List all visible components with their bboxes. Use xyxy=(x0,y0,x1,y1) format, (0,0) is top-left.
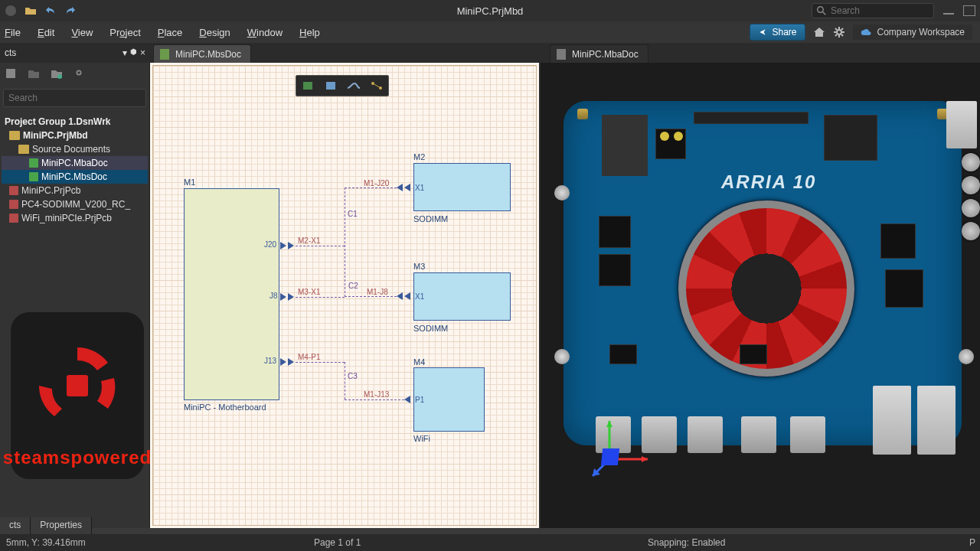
menu-help[interactable]: Help xyxy=(292,24,328,41)
chevron-down-icon[interactable]: ▾ xyxy=(122,47,127,58)
close-icon[interactable]: × xyxy=(140,47,145,58)
tool-net-icon[interactable] xyxy=(367,77,387,94)
tree-group[interactable]: Project Group 1.DsnWrk xyxy=(2,115,148,129)
wire xyxy=(296,362,345,363)
usb-port xyxy=(790,416,825,453)
undo-icon[interactable] xyxy=(44,5,57,17)
global-search[interactable] xyxy=(812,3,934,18)
status-panel[interactable]: P xyxy=(969,537,975,548)
menu-bar: File Edit View Project Place Design Wind… xyxy=(0,21,980,43)
capacitor xyxy=(962,222,980,240)
gear-icon[interactable] xyxy=(74,67,87,81)
tree-doc-mbadoc[interactable]: MiniPC.MbaDoc xyxy=(2,156,148,170)
wire xyxy=(345,296,397,297)
projects-label: cts xyxy=(5,47,16,58)
tree-prjpcb[interactable]: MiniPC.PrjPcb xyxy=(2,184,148,197)
axis-gizmo[interactable] xyxy=(586,413,655,482)
tree-sodimm[interactable]: PC4-SODIMM_V200_RC_ xyxy=(2,197,148,211)
global-search-input[interactable] xyxy=(831,5,923,16)
wire-m1j20: M1-J20 xyxy=(364,179,389,187)
projects-search-input[interactable] xyxy=(3,89,146,107)
open-folder-icon[interactable] xyxy=(24,5,37,17)
schematic-canvas[interactable]: M1 MiniPC - Motherboard J20 J8 J13 M2 SO… xyxy=(150,63,541,528)
folder-icon xyxy=(9,131,20,140)
tab-mbadoc[interactable]: MiniPC.MbaDoc xyxy=(550,44,648,63)
projects-toolbar xyxy=(0,63,149,86)
tool-icon[interactable] xyxy=(28,67,41,81)
minimize-button[interactable] xyxy=(943,13,954,15)
watermark-text: steamspowered xyxy=(3,447,152,468)
wire-c2: C2 xyxy=(348,282,358,290)
bottom-tab-cts[interactable]: cts xyxy=(0,517,31,534)
3d-view[interactable]: ARRIA 10 xyxy=(541,63,980,528)
pin-icon[interactable]: ⬢ xyxy=(130,47,137,58)
block-m3-name: SODIMM xyxy=(413,324,448,333)
menu-project[interactable]: Project xyxy=(102,24,148,41)
doc-icon xyxy=(9,186,18,195)
port-arrow xyxy=(280,242,296,249)
block-m3-id: M3 xyxy=(413,262,425,271)
app-logo-icon xyxy=(5,5,17,17)
block-m4-id: M4 xyxy=(413,357,425,367)
chip xyxy=(740,344,767,364)
menu-edit[interactable]: Edit xyxy=(30,24,62,41)
port-arrow xyxy=(397,292,412,300)
home-icon[interactable] xyxy=(813,26,825,38)
menu-design[interactable]: Design xyxy=(191,24,237,41)
tool-block-icon[interactable] xyxy=(321,77,341,94)
wire-m2x1: M2-X1 xyxy=(298,236,320,245)
block-m3[interactable] xyxy=(413,272,511,321)
svg-point-8 xyxy=(77,70,80,74)
svg-rect-9 xyxy=(303,82,312,90)
tree-project[interactable]: MiniPC.PrjMbd xyxy=(2,129,148,142)
maximize-button[interactable] xyxy=(963,5,975,16)
block-m1[interactable] xyxy=(184,188,279,400)
wire xyxy=(296,297,345,298)
tool-chip-icon[interactable] xyxy=(298,77,318,94)
port-arrow xyxy=(280,293,296,301)
tree-folder[interactable]: Source Documents xyxy=(2,142,148,156)
block-m2[interactable] xyxy=(413,163,511,211)
wire-m1j8: M1-J8 xyxy=(367,288,388,296)
tree-doc-mbsdoc[interactable]: MiniPC.MbsDoc xyxy=(2,170,148,184)
connector xyxy=(917,386,956,455)
port-j13-label: J13 xyxy=(264,357,276,365)
tool-icon[interactable] xyxy=(5,67,18,81)
tab-label: MiniPC.MbsDoc xyxy=(175,49,241,60)
capacitor xyxy=(962,199,980,217)
workspace-button[interactable]: Company Workspace xyxy=(853,24,973,40)
tool-wire-icon[interactable] xyxy=(344,77,364,94)
gear-icon[interactable] xyxy=(833,26,845,38)
mounting-hole xyxy=(577,109,588,119)
tree-wifi[interactable]: WiFi_miniPCIe.PrjPcb xyxy=(2,211,148,225)
chip xyxy=(824,115,877,161)
search-icon xyxy=(817,6,826,15)
doc-icon xyxy=(9,200,18,209)
connector xyxy=(694,112,808,124)
redo-icon[interactable] xyxy=(64,5,77,17)
wire-m1j13: M1-J13 xyxy=(364,390,389,399)
cloud-icon xyxy=(861,28,873,37)
port-x1-label: X1 xyxy=(415,184,424,192)
menu-file[interactable]: File xyxy=(3,24,28,41)
svg-point-1 xyxy=(818,7,824,13)
menu-view[interactable]: View xyxy=(64,24,100,41)
watermark-logo: steamspowered xyxy=(11,312,144,479)
bottom-tabs: cts Properties xyxy=(0,517,92,534)
projects-search[interactable] xyxy=(3,89,146,107)
led xyxy=(674,132,683,141)
port-j8-label: J8 xyxy=(270,292,278,300)
led xyxy=(660,132,669,141)
svg-marker-15 xyxy=(642,456,648,462)
menu-place[interactable]: Place xyxy=(150,24,191,41)
tab-mbsdoc[interactable]: MiniPC.MbsDoc xyxy=(153,44,251,63)
svg-point-3 xyxy=(837,30,841,34)
port-arrow xyxy=(404,396,420,403)
tool-icon[interactable] xyxy=(51,67,64,81)
svg-rect-20 xyxy=(601,448,619,465)
share-button[interactable]: Share xyxy=(750,24,805,41)
bottom-tab-properties[interactable]: Properties xyxy=(31,517,92,534)
menu-window[interactable]: Window xyxy=(240,24,290,41)
port-arrow xyxy=(397,184,412,191)
app-title: MiniPC.PrjMbd xyxy=(457,5,524,17)
